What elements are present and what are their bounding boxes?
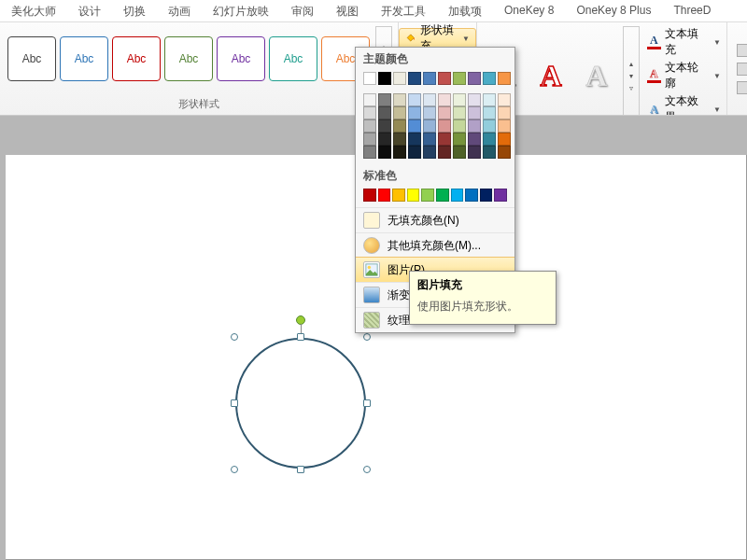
color-swatch[interactable] bbox=[393, 106, 406, 119]
color-swatch[interactable] bbox=[438, 106, 451, 119]
color-swatch[interactable] bbox=[468, 93, 481, 106]
resize-handle-l[interactable] bbox=[231, 399, 238, 407]
color-swatch[interactable] bbox=[483, 72, 496, 85]
tab-animations[interactable]: 动画 bbox=[157, 0, 202, 21]
color-swatch[interactable] bbox=[453, 133, 466, 146]
tab-design[interactable]: 设计 bbox=[67, 0, 112, 21]
tab-developer[interactable]: 开发工具 bbox=[370, 0, 437, 21]
shape-style-1[interactable]: Abc bbox=[7, 36, 56, 81]
color-swatch[interactable] bbox=[453, 106, 466, 119]
tab-review[interactable]: 审阅 bbox=[280, 0, 325, 21]
tab-threed[interactable]: ThreeD bbox=[662, 0, 722, 21]
oval-shape[interactable] bbox=[235, 338, 366, 469]
color-swatch[interactable] bbox=[408, 106, 421, 119]
color-swatch[interactable] bbox=[393, 146, 406, 159]
color-swatch[interactable] bbox=[363, 146, 376, 159]
color-swatch[interactable] bbox=[498, 119, 511, 133]
text-effects-button[interactable]: A 文本效果▼ bbox=[647, 93, 721, 116]
color-swatch[interactable] bbox=[438, 72, 451, 85]
color-swatch[interactable] bbox=[423, 106, 436, 119]
selected-oval-shape[interactable] bbox=[235, 338, 366, 469]
color-swatch[interactable] bbox=[453, 119, 466, 133]
tab-addins[interactable]: 加载项 bbox=[437, 0, 493, 21]
color-swatch[interactable] bbox=[453, 72, 466, 85]
color-swatch[interactable] bbox=[453, 146, 466, 159]
color-swatch[interactable] bbox=[363, 119, 376, 133]
resize-handle-br[interactable] bbox=[363, 466, 371, 473]
no-fill-item[interactable]: 无填充颜色(N) bbox=[356, 207, 514, 232]
resize-handle-bl[interactable] bbox=[231, 466, 238, 473]
color-swatch[interactable] bbox=[483, 106, 496, 119]
color-swatch[interactable] bbox=[483, 93, 496, 106]
color-swatch[interactable] bbox=[468, 106, 481, 119]
color-swatch[interactable] bbox=[407, 189, 420, 202]
color-swatch[interactable] bbox=[378, 189, 391, 202]
rotation-handle[interactable] bbox=[296, 315, 305, 325]
tab-slideshow[interactable]: 幻灯片放映 bbox=[202, 0, 280, 21]
color-swatch[interactable] bbox=[378, 106, 391, 119]
text-outline-button[interactable]: A 文本轮廓▼ bbox=[647, 60, 721, 91]
color-swatch[interactable] bbox=[498, 93, 511, 106]
color-swatch[interactable] bbox=[468, 133, 481, 146]
color-swatch[interactable] bbox=[408, 72, 421, 85]
wordart-more[interactable]: ▴▾▿ bbox=[623, 26, 640, 116]
color-swatch[interactable] bbox=[363, 106, 376, 119]
color-swatch[interactable] bbox=[468, 146, 481, 159]
color-swatch[interactable] bbox=[423, 93, 436, 106]
color-swatch[interactable] bbox=[494, 189, 507, 202]
color-swatch[interactable] bbox=[408, 146, 421, 159]
color-swatch[interactable] bbox=[378, 93, 391, 106]
resize-handle-t[interactable] bbox=[297, 333, 304, 341]
resize-handle-tl[interactable] bbox=[231, 333, 238, 341]
color-swatch[interactable] bbox=[393, 72, 406, 85]
color-swatch[interactable] bbox=[408, 119, 421, 133]
color-swatch[interactable] bbox=[498, 146, 511, 159]
bring-forward-button[interactable]: 上移一 bbox=[737, 42, 747, 58]
color-swatch[interactable] bbox=[378, 146, 391, 159]
color-swatch[interactable] bbox=[408, 93, 421, 106]
color-swatch[interactable] bbox=[468, 119, 481, 133]
tab-beautify[interactable]: 美化大师 bbox=[0, 0, 67, 21]
more-colors-item[interactable]: 其他填充颜色(M)... bbox=[356, 232, 514, 258]
tab-view[interactable]: 视图 bbox=[325, 0, 370, 21]
color-swatch[interactable] bbox=[363, 133, 376, 146]
color-swatch[interactable] bbox=[363, 189, 376, 202]
color-swatch[interactable] bbox=[392, 189, 405, 202]
color-swatch[interactable] bbox=[423, 133, 436, 146]
color-swatch[interactable] bbox=[408, 133, 421, 146]
resize-handle-b[interactable] bbox=[297, 466, 304, 473]
color-swatch[interactable] bbox=[438, 93, 451, 106]
send-backward-button[interactable]: 下移一 bbox=[737, 61, 747, 77]
color-swatch[interactable] bbox=[480, 189, 493, 202]
color-swatch[interactable] bbox=[436, 189, 449, 202]
color-swatch[interactable] bbox=[423, 72, 436, 85]
color-swatch[interactable] bbox=[453, 93, 466, 106]
tab-transitions[interactable]: 切换 bbox=[112, 0, 157, 21]
color-swatch[interactable] bbox=[363, 93, 376, 106]
color-swatch[interactable] bbox=[378, 133, 391, 146]
color-swatch[interactable] bbox=[423, 146, 436, 159]
color-swatch[interactable] bbox=[498, 133, 511, 146]
color-swatch[interactable] bbox=[498, 106, 511, 119]
color-swatch[interactable] bbox=[451, 189, 464, 202]
text-fill-button[interactable]: A 文本填充▼ bbox=[647, 26, 721, 58]
tab-onekey8[interactable]: OneKey 8 bbox=[493, 0, 565, 21]
color-swatch[interactable] bbox=[498, 72, 511, 85]
wordart-style-2[interactable]: A bbox=[531, 55, 571, 96]
color-swatch[interactable] bbox=[483, 119, 496, 133]
resize-handle-r[interactable] bbox=[363, 399, 371, 407]
shape-style-5[interactable]: Abc bbox=[217, 36, 265, 81]
color-swatch[interactable] bbox=[465, 189, 478, 202]
selection-pane-button[interactable]: 选择窗 bbox=[737, 79, 747, 95]
shape-style-3[interactable]: Abc bbox=[112, 36, 161, 81]
color-swatch[interactable] bbox=[423, 119, 436, 133]
color-swatch[interactable] bbox=[393, 119, 406, 133]
color-swatch[interactable] bbox=[468, 72, 481, 85]
wordart-style-3[interactable]: A bbox=[576, 55, 616, 96]
shape-style-6[interactable]: Abc bbox=[269, 36, 317, 81]
color-swatch[interactable] bbox=[378, 119, 391, 133]
color-swatch[interactable] bbox=[421, 189, 434, 202]
color-swatch[interactable] bbox=[483, 146, 496, 159]
shape-style-4[interactable]: Abc bbox=[164, 36, 213, 81]
color-swatch[interactable] bbox=[438, 146, 451, 159]
